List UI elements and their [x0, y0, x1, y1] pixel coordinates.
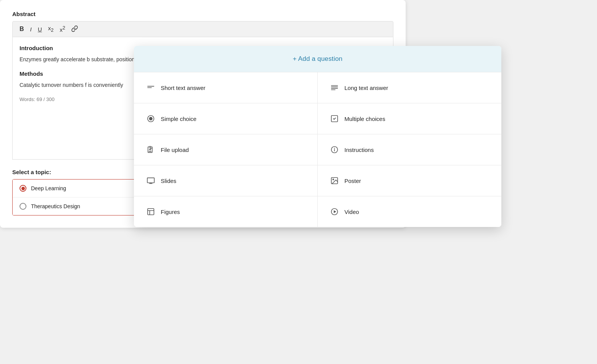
superscript-button[interactable]: x2	[58, 25, 67, 33]
figures-label: Figures	[161, 209, 180, 215]
topic-therapeutics-label: Therapeutics Design	[31, 203, 80, 209]
poster-label: Poster	[344, 178, 361, 184]
popup-card: + Add a question Short text answer	[134, 46, 501, 227]
question-type-short-text[interactable]: Short text answer	[134, 72, 318, 103]
underline-button[interactable]: U	[36, 26, 44, 33]
question-type-file-upload[interactable]: File upload	[134, 134, 318, 165]
instructions-label: Instructions	[344, 147, 374, 153]
svg-rect-15	[147, 178, 154, 183]
question-type-simple-choice[interactable]: Simple choice	[134, 103, 318, 134]
question-type-long-text[interactable]: Long text answer	[318, 72, 501, 103]
radio-deep-learning	[20, 185, 26, 192]
question-type-poster[interactable]: Poster	[318, 165, 501, 196]
long-text-label: Long text answer	[344, 85, 388, 91]
short-text-icon	[146, 83, 155, 92]
question-type-multiple-choices[interactable]: Multiple choices	[318, 103, 501, 134]
slides-icon	[146, 176, 155, 185]
multiple-choices-label: Multiple choices	[344, 116, 385, 122]
topic-deep-learning-label: Deep Learning	[31, 185, 66, 191]
question-type-slides[interactable]: Slides	[134, 165, 318, 196]
instructions-icon	[330, 145, 339, 154]
link-button[interactable]	[70, 24, 80, 34]
svg-rect-20	[148, 209, 154, 215]
editor-toolbar: B I U x2 x2	[12, 21, 393, 37]
file-upload-label: File upload	[161, 147, 189, 153]
svg-point-19	[333, 179, 334, 180]
long-text-icon	[330, 83, 339, 92]
video-icon	[330, 207, 339, 216]
subscript-button[interactable]: x2	[47, 24, 55, 34]
question-type-figures[interactable]: Figures	[134, 196, 318, 227]
italic-button[interactable]: I	[29, 26, 33, 33]
file-upload-icon	[146, 145, 155, 154]
slides-label: Slides	[161, 178, 176, 184]
question-type-instructions[interactable]: Instructions	[318, 134, 501, 165]
video-label: Video	[344, 209, 359, 215]
svg-marker-24	[334, 210, 336, 213]
multiple-choices-icon	[330, 114, 339, 123]
simple-choice-label: Simple choice	[161, 116, 196, 122]
question-type-grid: Short text answer Long text answer	[134, 72, 501, 227]
abstract-label: Abstract	[12, 11, 393, 17]
svg-point-7	[149, 117, 152, 120]
question-type-video[interactable]: Video	[318, 196, 501, 227]
add-question-button[interactable]: + Add a question	[134, 46, 501, 72]
simple-choice-icon	[146, 114, 155, 123]
short-text-label: Short text answer	[161, 85, 206, 91]
radio-therapeutics	[20, 203, 26, 210]
figures-icon	[146, 207, 155, 216]
bold-button[interactable]: B	[18, 25, 26, 33]
poster-icon	[330, 176, 339, 185]
